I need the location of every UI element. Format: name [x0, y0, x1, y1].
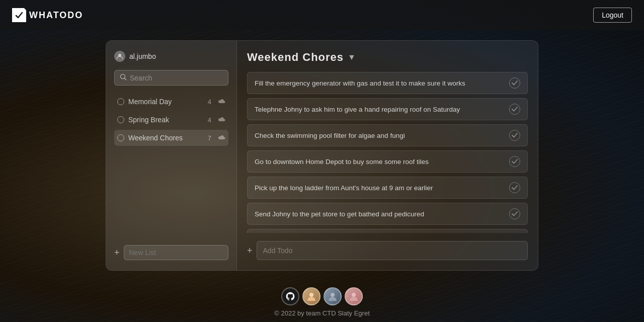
todo-text: Go to downtown Home Depot to buy some so…: [255, 158, 504, 166]
todo-check-icon[interactable]: [509, 156, 520, 167]
list-circle-icon: [117, 116, 124, 123]
footer: © 2022 by team CTD Slaty Egret: [0, 282, 644, 322]
logo: WHATODO: [12, 8, 83, 22]
logo-icon: [12, 8, 26, 22]
sidebar: al.jumbo Memorial Day 4 Spring Break: [106, 41, 237, 270]
navbar: WHATODO Logout: [0, 0, 644, 30]
svg-point-5: [352, 293, 356, 297]
logout-button[interactable]: Logout: [593, 8, 632, 23]
new-list-input[interactable]: [124, 245, 228, 260]
sidebar-item-spring-break[interactable]: Spring Break 4: [114, 112, 228, 128]
content-panel: Weekend Chores ▼ Fill the emergency gene…: [237, 41, 538, 270]
todo-text: Pick up the long ladder from Aunt's hous…: [255, 184, 504, 192]
user-row: al.jumbo: [114, 51, 228, 62]
cloud-icon: [217, 134, 225, 142]
main-container: al.jumbo Memorial Day 4 Spring Break: [0, 30, 644, 282]
todo-check-icon[interactable]: [509, 130, 520, 141]
cloud-icon: [217, 116, 225, 124]
todo-text: Check the swimming pool filter for algae…: [255, 132, 504, 139]
add-todo-plus-icon: +: [247, 246, 253, 256]
todo-item-5[interactable]: Pick up the long ladder from Aunt's hous…: [247, 177, 528, 199]
cloud-icon: [217, 98, 225, 106]
content-header: Weekend Chores ▼: [247, 51, 528, 64]
list-item-count: 4: [208, 98, 211, 106]
content-title: Weekend Chores: [247, 51, 344, 64]
todo-text: Telephne Johny to ask him to give a hand…: [255, 106, 504, 113]
username-label: al.jumbo: [129, 52, 156, 60]
search-icon: [120, 73, 127, 82]
todo-item-7[interactable]: Pick up Johny after 6 p.m.: [247, 229, 528, 233]
todo-item-4[interactable]: Go to downtown Home Depot to buy some so…: [247, 150, 528, 173]
new-list-row: +: [114, 245, 228, 260]
footer-avatars: [281, 287, 363, 305]
team-avatar-2: [324, 287, 342, 305]
team-avatar-3: [345, 287, 363, 305]
footer-copyright: © 2022 by team CTD Slaty Egret: [274, 309, 370, 317]
dropdown-icon[interactable]: ▼: [348, 53, 356, 62]
todo-check-icon[interactable]: [509, 77, 520, 89]
sidebar-item-weekend-chores[interactable]: Weekend Chores 7: [114, 130, 228, 146]
svg-point-3: [309, 293, 313, 297]
list-items: Memorial Day 4 Spring Break 4 Weekend Ch…: [114, 94, 228, 237]
list-item-count: 4: [208, 116, 211, 124]
svg-point-4: [331, 293, 335, 297]
search-input[interactable]: [130, 74, 223, 82]
app-panel: al.jumbo Memorial Day 4 Spring Break: [106, 40, 538, 271]
list-item-name: Memorial Day: [128, 98, 204, 106]
todo-check-icon[interactable]: [509, 182, 520, 193]
github-avatar[interactable]: [281, 287, 299, 305]
list-circle-icon: [117, 134, 124, 141]
todo-text: Send Johny to the pet store to get bathe…: [255, 210, 504, 218]
todo-list: Fill the emergency generator with gas an…: [247, 72, 528, 233]
team-avatar-1: [302, 287, 320, 305]
search-box[interactable]: [114, 70, 228, 86]
list-item-name: Spring Break: [128, 116, 204, 124]
add-todo-input[interactable]: [257, 241, 528, 260]
todo-item-3[interactable]: Check the swimming pool filter for algae…: [247, 124, 528, 146]
svg-line-2: [125, 78, 127, 80]
sidebar-item-memorial-day[interactable]: Memorial Day 4: [114, 94, 228, 110]
new-list-plus-icon: +: [114, 248, 120, 258]
todo-check-icon[interactable]: [509, 104, 520, 115]
add-todo-row: +: [247, 241, 528, 260]
todo-item-2[interactable]: Telephne Johny to ask him to give a hand…: [247, 98, 528, 120]
todo-item-1[interactable]: Fill the emergency generator with gas an…: [247, 72, 528, 94]
todo-check-icon[interactable]: [509, 208, 520, 219]
todo-text: Fill the emergency generator with gas an…: [255, 79, 504, 87]
list-item-name: Weekend Chores: [128, 134, 204, 142]
logo-text: WHATODO: [29, 10, 83, 21]
todo-item-6[interactable]: Send Johny to the pet store to get bathe…: [247, 203, 528, 225]
user-avatar-icon: [114, 51, 125, 62]
list-item-count: 7: [208, 134, 211, 142]
list-circle-icon: [117, 98, 124, 105]
